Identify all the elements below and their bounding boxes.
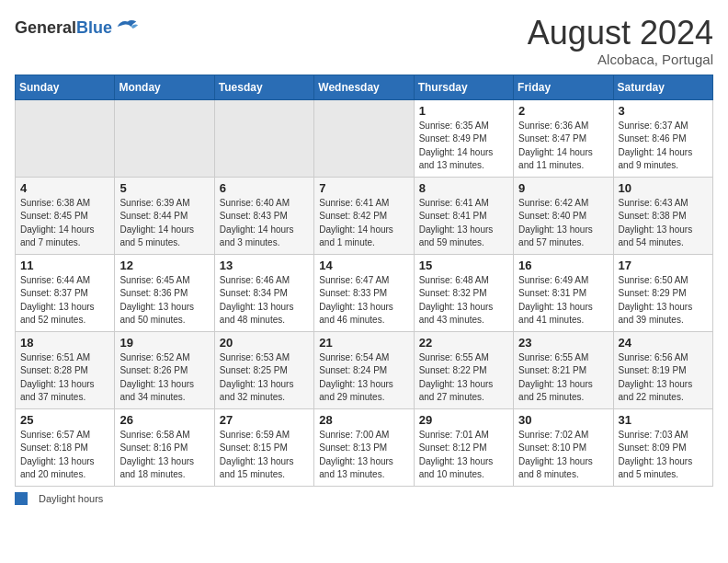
day-number: 3 [619, 104, 708, 118]
day-number: 23 [518, 336, 608, 350]
day-info: Sunrise: 6:54 AM Sunset: 8:24 PM Dayligh… [319, 351, 408, 405]
calendar-cell: 15Sunrise: 6:48 AM Sunset: 8:32 PM Dayli… [414, 254, 513, 331]
calendar-cell: 11Sunrise: 6:44 AM Sunset: 8:37 PM Dayli… [16, 254, 115, 331]
day-number: 4 [20, 181, 109, 195]
calendar-cell: 26Sunrise: 6:58 AM Sunset: 8:16 PM Dayli… [115, 408, 214, 486]
day-info: Sunrise: 6:58 AM Sunset: 8:16 PM Dayligh… [119, 429, 209, 482]
calendar-cell: 27Sunrise: 6:59 AM Sunset: 8:15 PM Dayli… [214, 408, 313, 486]
day-info: Sunrise: 6:46 AM Sunset: 8:34 PM Dayligh… [220, 274, 309, 327]
title-block: August 2024 Alcobaca, Portugal [528, 15, 713, 67]
day-number: 14 [319, 259, 408, 272]
weekday-header-saturday: Saturday [613, 75, 712, 99]
day-info: Sunrise: 6:56 AM Sunset: 8:19 PM Dayligh… [619, 351, 708, 405]
calendar-cell: 19Sunrise: 6:52 AM Sunset: 8:26 PM Dayli… [115, 331, 214, 408]
logo-bird-icon [114, 15, 140, 40]
day-number: 10 [619, 181, 708, 195]
calendar-week-row: 18Sunrise: 6:51 AM Sunset: 8:28 PM Dayli… [16, 331, 713, 408]
calendar-week-row: 1Sunrise: 6:35 AM Sunset: 8:49 PM Daylig… [16, 99, 713, 177]
day-info: Sunrise: 6:55 AM Sunset: 8:21 PM Dayligh… [518, 351, 608, 405]
day-number: 27 [220, 413, 309, 427]
day-number: 26 [119, 413, 209, 427]
calendar-week-row: 25Sunrise: 6:57 AM Sunset: 8:18 PM Dayli… [16, 408, 713, 486]
day-info: Sunrise: 6:42 AM Sunset: 8:40 PM Dayligh… [518, 197, 608, 250]
day-number: 7 [319, 181, 408, 195]
day-info: Sunrise: 7:03 AM Sunset: 8:09 PM Dayligh… [619, 429, 708, 482]
legend-label: Daylight hours [39, 493, 103, 504]
calendar-cell: 17Sunrise: 6:50 AM Sunset: 8:29 PM Dayli… [613, 254, 712, 331]
day-number: 8 [419, 181, 508, 195]
day-number: 25 [20, 413, 109, 427]
calendar-cell: 7Sunrise: 6:41 AM Sunset: 8:42 PM Daylig… [314, 177, 414, 254]
calendar-cell: 25Sunrise: 6:57 AM Sunset: 8:18 PM Dayli… [16, 408, 115, 486]
day-number: 22 [419, 336, 508, 350]
day-info: Sunrise: 6:36 AM Sunset: 8:47 PM Dayligh… [518, 120, 608, 173]
calendar-cell: 24Sunrise: 6:56 AM Sunset: 8:19 PM Dayli… [613, 331, 712, 408]
day-info: Sunrise: 7:01 AM Sunset: 8:12 PM Dayligh… [419, 429, 508, 482]
day-number: 12 [119, 259, 209, 272]
calendar-cell: 4Sunrise: 6:38 AM Sunset: 8:45 PM Daylig… [16, 177, 115, 254]
calendar-cell: 22Sunrise: 6:55 AM Sunset: 8:22 PM Dayli… [414, 331, 513, 408]
day-info: Sunrise: 6:40 AM Sunset: 8:43 PM Dayligh… [220, 197, 309, 250]
day-number: 31 [619, 413, 708, 427]
day-number: 9 [518, 181, 608, 195]
calendar-cell: 18Sunrise: 6:51 AM Sunset: 8:28 PM Dayli… [16, 331, 115, 408]
footer: Daylight hours [15, 492, 713, 505]
calendar-cell [214, 99, 313, 177]
weekday-header-tuesday: Tuesday [214, 75, 313, 99]
day-number: 11 [20, 259, 109, 272]
calendar-cell: 3Sunrise: 6:37 AM Sunset: 8:46 PM Daylig… [613, 99, 712, 177]
day-info: Sunrise: 6:59 AM Sunset: 8:15 PM Dayligh… [220, 429, 309, 482]
day-number: 24 [619, 336, 708, 350]
location-subtitle: Alcobaca, Portugal [528, 52, 713, 67]
day-number: 13 [220, 259, 309, 272]
calendar-cell: 5Sunrise: 6:39 AM Sunset: 8:44 PM Daylig… [115, 177, 214, 254]
day-info: Sunrise: 6:51 AM Sunset: 8:28 PM Dayligh… [20, 351, 109, 405]
day-number: 1 [419, 104, 508, 118]
day-info: Sunrise: 6:37 AM Sunset: 8:46 PM Dayligh… [619, 120, 708, 173]
calendar-cell: 20Sunrise: 6:53 AM Sunset: 8:25 PM Dayli… [214, 331, 313, 408]
calendar-cell: 31Sunrise: 7:03 AM Sunset: 8:09 PM Dayli… [613, 408, 712, 486]
calendar-cell: 28Sunrise: 7:00 AM Sunset: 8:13 PM Dayli… [314, 408, 414, 486]
day-info: Sunrise: 6:57 AM Sunset: 8:18 PM Dayligh… [20, 429, 109, 482]
calendar-cell: 10Sunrise: 6:43 AM Sunset: 8:38 PM Dayli… [613, 177, 712, 254]
calendar-cell: 13Sunrise: 6:46 AM Sunset: 8:34 PM Dayli… [214, 254, 313, 331]
calendar-cell [16, 99, 115, 177]
day-number: 2 [518, 104, 608, 118]
day-number: 20 [220, 336, 309, 350]
calendar-cell: 8Sunrise: 6:41 AM Sunset: 8:41 PM Daylig… [414, 177, 513, 254]
calendar-cell: 16Sunrise: 6:49 AM Sunset: 8:31 PM Dayli… [514, 254, 613, 331]
calendar-cell [115, 99, 214, 177]
weekday-header-monday: Monday [115, 75, 214, 99]
day-number: 15 [419, 259, 508, 272]
weekday-header-friday: Friday [514, 75, 613, 99]
day-info: Sunrise: 6:52 AM Sunset: 8:26 PM Dayligh… [119, 351, 209, 405]
day-info: Sunrise: 6:39 AM Sunset: 8:44 PM Dayligh… [119, 197, 209, 250]
day-info: Sunrise: 6:50 AM Sunset: 8:29 PM Dayligh… [619, 274, 708, 327]
calendar-table: SundayMondayTuesdayWednesdayThursdayFrid… [15, 75, 713, 487]
day-number: 6 [220, 181, 309, 195]
day-number: 19 [119, 336, 209, 350]
calendar-cell: 21Sunrise: 6:54 AM Sunset: 8:24 PM Dayli… [314, 331, 414, 408]
day-info: Sunrise: 7:00 AM Sunset: 8:13 PM Dayligh… [319, 429, 408, 482]
day-info: Sunrise: 7:02 AM Sunset: 8:10 PM Dayligh… [518, 429, 608, 482]
calendar-cell: 12Sunrise: 6:45 AM Sunset: 8:36 PM Dayli… [115, 254, 214, 331]
logo: GeneralBlue [15, 15, 140, 40]
month-title: August 2024 [528, 15, 713, 52]
day-number: 30 [518, 413, 608, 427]
day-info: Sunrise: 6:43 AM Sunset: 8:38 PM Dayligh… [619, 197, 708, 250]
page-header: GeneralBlue August 2024 Alcobaca, Portug… [15, 15, 713, 67]
calendar-week-row: 11Sunrise: 6:44 AM Sunset: 8:37 PM Dayli… [16, 254, 713, 331]
day-info: Sunrise: 6:49 AM Sunset: 8:31 PM Dayligh… [518, 274, 608, 327]
day-info: Sunrise: 6:44 AM Sunset: 8:37 PM Dayligh… [20, 274, 109, 327]
day-number: 21 [319, 336, 408, 350]
weekday-header-wednesday: Wednesday [314, 75, 414, 99]
day-number: 16 [518, 259, 608, 272]
weekday-header-thursday: Thursday [414, 75, 513, 99]
calendar-cell: 2Sunrise: 6:36 AM Sunset: 8:47 PM Daylig… [514, 99, 613, 177]
calendar-cell: 9Sunrise: 6:42 AM Sunset: 8:40 PM Daylig… [514, 177, 613, 254]
day-info: Sunrise: 6:35 AM Sunset: 8:49 PM Dayligh… [419, 120, 508, 173]
day-info: Sunrise: 6:53 AM Sunset: 8:25 PM Dayligh… [220, 351, 309, 405]
day-info: Sunrise: 6:48 AM Sunset: 8:32 PM Dayligh… [419, 274, 508, 327]
logo-text: GeneralBlue [15, 18, 112, 38]
legend-color-box [15, 492, 28, 505]
